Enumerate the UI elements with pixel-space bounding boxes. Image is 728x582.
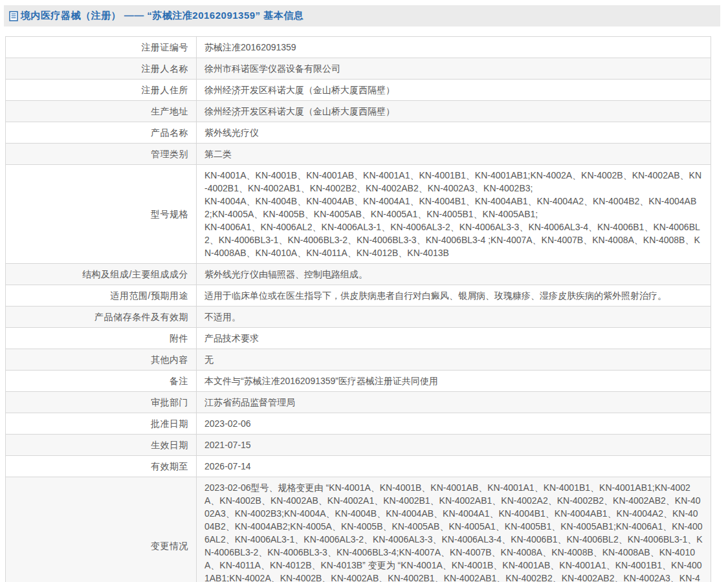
registration-info-table: 注册证编号 苏械注准20162091359 注册人名称 徐州市科诺医学仪器设备有…	[5, 36, 711, 582]
table-row: 生效日期 2021-07-15	[6, 435, 711, 456]
row-label: 变更情况	[6, 477, 197, 582]
row-value: 2023-02-06	[197, 413, 711, 435]
row-value: 苏械注准20162091359	[197, 37, 711, 58]
row-value: KN-4001A、KN-4001B、KN-4001AB、KN-4001A1、KN…	[197, 165, 711, 264]
table-row: 审批部门 江苏省药品监督管理局	[6, 392, 711, 413]
row-label: 注册人住所	[6, 80, 197, 101]
row-label: 附件	[6, 328, 197, 349]
table-row: 生产地址 徐州经济开发区科诺大厦（金山桥大厦西隔壁）	[6, 101, 711, 122]
row-value: 徐州市科诺医学仪器设备有限公司	[197, 58, 711, 80]
row-value: 不适用。	[197, 307, 711, 328]
row-value: 本文件与“苏械注准20162091359”医疗器械注册证共同使用	[197, 371, 711, 392]
table-row: 注册人住所 徐州经济开发区科诺大厦（金山桥大厦西隔壁）	[6, 80, 711, 101]
page-header: 境内医疗器械（注册） —— “苏械注准20162091359” 基本信息	[4, 5, 720, 27]
table-row: 产品名称 紫外线光疗仪	[6, 122, 711, 144]
row-label: 生产地址	[6, 101, 197, 122]
document-icon	[9, 11, 18, 21]
row-label: 结构及组成/主要组成成分	[6, 264, 197, 285]
row-value: 江苏省药品监督管理局	[197, 392, 711, 413]
row-value: 徐州经济开发区科诺大厦（金山桥大厦西隔壁）	[197, 80, 711, 101]
table-row: 备注 本文件与“苏械注准20162091359”医疗器械注册证共同使用	[6, 371, 711, 392]
row-label: 生效日期	[6, 435, 197, 456]
row-label: 产品名称	[6, 122, 197, 144]
table-row: 附件 产品技术要求	[6, 328, 711, 349]
table-row: 管理类别 第二类	[6, 144, 711, 165]
table-row: 变更情况 2023-02-06型号、规格变更由 “KN-4001A、KN-400…	[6, 477, 711, 582]
page-title: 境内医疗器械（注册） —— “苏械注准20162091359” 基本信息	[21, 10, 303, 22]
row-value: 产品技术要求	[197, 328, 711, 349]
row-label: 注册人名称	[6, 58, 197, 80]
row-label: 产品储存条件及有效期	[6, 307, 197, 328]
row-label: 管理类别	[6, 144, 197, 165]
row-value: 适用于临床单位或在医生指导下，供皮肤病患者自行对白癜风、银屑病、玫瑰糠疹、湿疹皮…	[197, 285, 711, 307]
table-row: 其他内容 无	[6, 349, 711, 371]
table-row: 注册证编号 苏械注准20162091359	[6, 37, 711, 58]
row-value: 2021-07-15	[197, 435, 711, 456]
row-label: 备注	[6, 371, 197, 392]
row-label: 审批部门	[6, 392, 197, 413]
row-value: 徐州经济开发区科诺大厦（金山桥大厦西隔壁）	[197, 101, 711, 122]
row-label: 有效期至	[6, 456, 197, 477]
table-row: 适用范围/预期用途 适用于临床单位或在医生指导下，供皮肤病患者自行对白癜风、银屑…	[6, 285, 711, 307]
row-value: 无	[197, 349, 711, 371]
table-row: 有效期至 2026-07-14	[6, 456, 711, 477]
table-row: 批准日期 2023-02-06	[6, 413, 711, 435]
row-value: 第二类	[197, 144, 711, 165]
row-value: 2023-02-06型号、规格变更由 “KN-4001A、KN-4001B、KN…	[197, 477, 711, 582]
row-label: 其他内容	[6, 349, 197, 371]
row-label: 批准日期	[6, 413, 197, 435]
table-row: 结构及组成/主要组成成分 紫外线光疗仪由辐照器、控制电路组成。	[6, 264, 711, 285]
row-value: 2026-07-14	[197, 456, 711, 477]
table-row: 产品储存条件及有效期 不适用。	[6, 307, 711, 328]
row-label: 适用范围/预期用途	[6, 285, 197, 307]
row-value: 紫外线光疗仪由辐照器、控制电路组成。	[197, 264, 711, 285]
table-row: 型号规格 KN-4001A、KN-4001B、KN-4001AB、KN-4001…	[6, 165, 711, 264]
row-value: 紫外线光疗仪	[197, 122, 711, 144]
table-row: 注册人名称 徐州市科诺医学仪器设备有限公司	[6, 58, 711, 80]
row-label: 型号规格	[6, 165, 197, 264]
row-label: 注册证编号	[6, 37, 197, 58]
